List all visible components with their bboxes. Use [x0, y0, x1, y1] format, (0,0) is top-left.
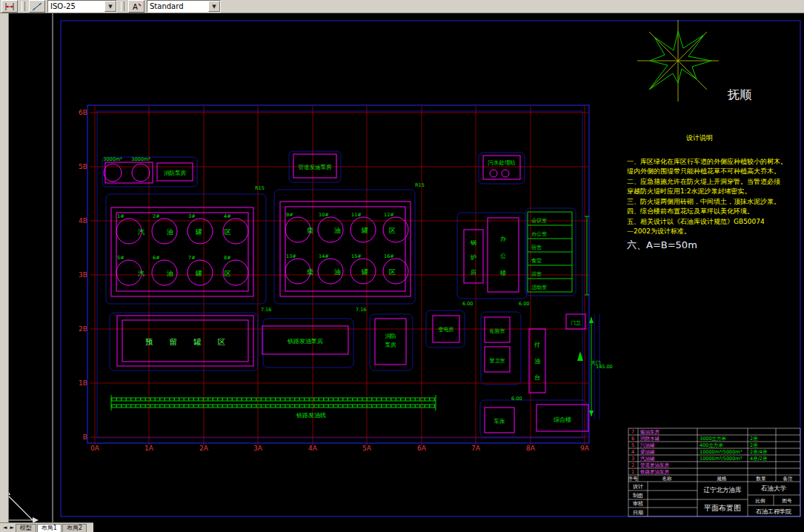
- svg-text:数量: 数量: [756, 476, 767, 482]
- toolbar-grip[interactable]: [21, 1, 25, 11]
- axis-label: 6A: [417, 445, 427, 452]
- chevron-down-icon: ▼: [104, 1, 116, 12]
- svg-text:2座: 2座: [750, 436, 758, 442]
- text-style-value: Standard: [147, 2, 208, 10]
- axis-label: 7A: [471, 445, 481, 452]
- boiler-label: 锅: [470, 239, 476, 246]
- tank-id: 1#: [117, 213, 124, 219]
- styles-toolbar: ISO-25 ▼ A Standard ▼: [0, 0, 804, 13]
- svg-text:输油泵房: 输油泵房: [640, 429, 660, 435]
- title-block: 设计 制图 审核 日期 辽宁北方油库 平面布置图 石油大学 比例 图号 石油工程…: [628, 482, 800, 516]
- dim-style-button[interactable]: [29, 0, 45, 13]
- note-line: 堤内外侧的围堤带只能种植花草不可种植高大乔木。: [626, 167, 780, 175]
- building-label-sewage: 污水处理站: [488, 159, 516, 166]
- field-label: 设计: [633, 484, 643, 490]
- spot-label: 6.00: [511, 396, 522, 402]
- room-label: 浴室: [531, 271, 542, 277]
- axis-label: 2A: [199, 445, 209, 452]
- small-tank-label: 3000m³: [131, 156, 150, 162]
- room-label: 办公室: [531, 231, 547, 237]
- tab-nav-prev-icon[interactable]: ◄: [1, 524, 8, 532]
- notes-title: 设计说明: [686, 134, 713, 142]
- tank-group-label: 汽油罐区: [138, 228, 253, 236]
- svg-text:400立方米: 400立方米: [700, 442, 723, 448]
- svg-text:6: 6: [631, 436, 634, 442]
- drawing-no-label: 图号: [783, 498, 793, 504]
- guard-label: 警卫室: [490, 358, 505, 364]
- room-label: 宿舍: [531, 244, 542, 250]
- autocad-window: 6B 5B 4B 3B 2B 1B B 0A 1A 2A 3A 4A 5A 6A…: [0, 0, 804, 532]
- svg-text:4: 4: [631, 449, 634, 455]
- svg-text:2座: 2座: [750, 442, 758, 448]
- annotations: 7.16 7.16 R15 R15 6.00 6.00 6.00 145.00: [255, 182, 613, 416]
- drawing-title: 平面布置图: [704, 504, 741, 512]
- room-label: 食堂: [531, 258, 542, 264]
- school-name: 石油大学: [761, 485, 787, 492]
- fire-pump-bottom-label: 泵房: [385, 342, 397, 348]
- boiler-label: 房: [471, 269, 476, 276]
- svg-text:规格: 规格: [717, 476, 728, 482]
- tank-id: 2#: [153, 213, 160, 219]
- spot-label: 145.00: [596, 364, 613, 370]
- small-tank-label: 3000m³: [103, 156, 122, 162]
- dim-style-icon: [32, 2, 42, 11]
- drawing-canvas[interactable]: 6B 5B 4B 3B 2B 1B B 0A 1A 2A 3A 4A 5A 6A…: [0, 0, 804, 532]
- note-line: 五、相关设计以《石油库设计规范》GB50074: [627, 218, 765, 225]
- axis-label: 1A: [144, 445, 154, 452]
- svg-text:1: 1: [631, 469, 634, 475]
- gatehouse-label: 门卫: [571, 320, 582, 326]
- equipment-table: 7 输油泵房 6 消防水罐 3000立方米 2座 5 污油罐 400立方米 2座…: [628, 428, 801, 482]
- axis-label: 5B: [79, 163, 87, 170]
- text-style-button[interactable]: A: [128, 0, 144, 13]
- ucs-icon: [4, 489, 39, 523]
- svg-text:3000立方米: 3000立方米: [700, 436, 727, 442]
- axis-label: 8A: [526, 445, 536, 452]
- city-label: 抚顺: [727, 87, 752, 102]
- room-label: 活动室: [531, 285, 547, 290]
- tab-layout2[interactable]: 布局2: [62, 524, 87, 532]
- tab-nav-next-icon[interactable]: ►: [8, 524, 15, 532]
- axis-label: 6B: [79, 109, 87, 116]
- spot-label: 6.00: [519, 301, 529, 307]
- spot-label: 6.00: [462, 301, 473, 307]
- dim-style-manager-icon: [4, 2, 15, 11]
- spot-label: 7.16: [356, 307, 366, 313]
- garage-label: 车库: [494, 418, 506, 425]
- chevron-down-icon: ▼: [208, 1, 220, 12]
- tank-id: 16#: [384, 253, 394, 259]
- note-line: —2002为设计标准。: [627, 227, 691, 235]
- dim-style-combo[interactable]: ISO-25 ▼: [47, 0, 117, 13]
- axis-label: 1B: [79, 379, 87, 387]
- svg-text:管道发油泵房: 管道发油泵房: [640, 462, 670, 468]
- text-style-combo[interactable]: Standard ▼: [147, 0, 221, 13]
- office-label: 公: [500, 253, 506, 259]
- sheet-borders: [53, 13, 800, 525]
- tab-layout1[interactable]: 布局1: [37, 524, 62, 532]
- axis-label: 4B: [79, 217, 87, 225]
- svg-text:7: 7: [631, 429, 634, 435]
- dormitory-room-table: 会议室 办公室 宿舍 食堂 浴室 活动室: [528, 212, 572, 292]
- spot-label: 7.16: [261, 307, 271, 313]
- svg-text:名称: 名称: [662, 476, 673, 482]
- axis-label: 3B: [79, 271, 87, 279]
- dim-style-manager-button[interactable]: [1, 0, 18, 13]
- svg-text:柴油罐: 柴油罐: [640, 449, 655, 455]
- tank-group-label: 柴油罐区: [307, 268, 416, 276]
- office-label: 办: [500, 236, 506, 242]
- toolbar-grip[interactable]: [121, 1, 124, 11]
- loading-label: 台: [534, 374, 540, 381]
- tab-model[interactable]: 模型: [16, 524, 36, 532]
- tank-id: 4#: [224, 213, 231, 219]
- svg-text:A: A: [133, 3, 138, 11]
- axis-label: B: [83, 433, 87, 441]
- field-label: 制图: [632, 493, 643, 499]
- drawing-canvas-container: 6B 5B 4B 3B 2B 1B B 0A 1A 2A 3A 4A 5A 6A…: [0, 13, 804, 532]
- svg-text:3: 3: [631, 456, 634, 462]
- axis-label: 2B: [79, 325, 87, 333]
- axis-label: 4A: [308, 445, 318, 452]
- tank-id: 10#: [319, 212, 329, 218]
- svg-text:消防水罐: 消防水罐: [639, 436, 660, 442]
- lab-label: 化验室: [490, 328, 505, 334]
- loading-label: 油: [534, 358, 540, 365]
- svg-text:序号: 序号: [628, 476, 639, 482]
